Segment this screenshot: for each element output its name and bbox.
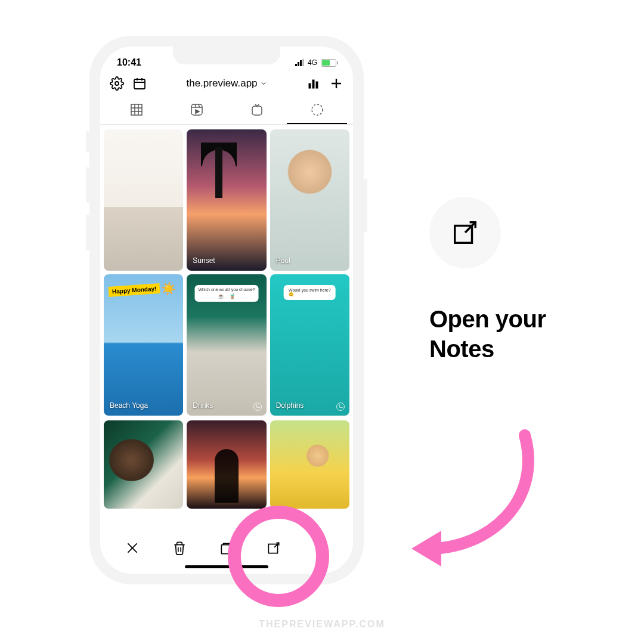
instruction-line2: Notes xyxy=(429,334,608,364)
svg-point-21 xyxy=(312,104,323,115)
poll-sticker: Would you swim here? 😊 xyxy=(284,285,336,300)
settings-icon[interactable] xyxy=(110,76,124,91)
svg-marker-29 xyxy=(411,531,441,566)
annotation-circle xyxy=(228,506,329,607)
tab-reels[interactable] xyxy=(166,97,227,124)
account-dropdown[interactable]: the.preview.app xyxy=(155,78,298,89)
tab-stories[interactable] xyxy=(287,97,347,124)
status-right: 4G xyxy=(295,58,336,67)
calendar-icon[interactable] xyxy=(132,76,147,91)
annotation-arrow xyxy=(405,417,555,572)
signal-icon xyxy=(295,59,304,66)
story-cell[interactable] xyxy=(104,129,183,271)
story-label: Sunset xyxy=(193,256,215,265)
story-cell[interactable] xyxy=(187,420,266,509)
instruction-icon-bubble xyxy=(429,197,501,268)
content-tabs xyxy=(100,97,353,125)
svg-marker-19 xyxy=(196,110,199,113)
instruction-panel: Open your Notes xyxy=(429,197,608,364)
phone-screen: 10:41 4G the.preview.app xyxy=(100,47,353,574)
volume-up xyxy=(86,167,89,203)
app-header: the.preview.app xyxy=(100,68,353,97)
story-cell[interactable]: ☀️ Happy Monday! Beach Yoga xyxy=(104,274,183,416)
story-cell[interactable] xyxy=(104,420,183,509)
analytics-icon[interactable] xyxy=(306,76,321,91)
close-icon[interactable] xyxy=(125,540,140,556)
poll-option: 😊 xyxy=(289,292,331,297)
svg-point-0 xyxy=(115,82,119,85)
story-cell[interactable]: Which one would you choose? ☕ 🧋 Drinks xyxy=(187,274,266,416)
compose-icon xyxy=(451,219,479,246)
story-label: Beach Yoga xyxy=(110,401,148,410)
scheduled-icon xyxy=(253,402,262,411)
network-label: 4G xyxy=(308,58,317,67)
story-label: Dolphins xyxy=(276,401,304,410)
add-icon[interactable] xyxy=(329,76,343,91)
story-cell[interactable]: Pool xyxy=(270,129,349,271)
svg-rect-1 xyxy=(134,79,145,89)
watermark: THEPREVIEWAPP.COM xyxy=(259,619,385,630)
story-cell[interactable] xyxy=(270,420,349,509)
trash-icon[interactable] xyxy=(172,540,187,556)
story-label: Drinks xyxy=(193,401,213,410)
sticker-label: Happy Monday! xyxy=(109,283,160,297)
scheduled-icon xyxy=(336,402,345,411)
svg-rect-15 xyxy=(191,104,202,115)
battery-icon xyxy=(321,59,336,67)
poll-sticker: Which one would you choose? ☕ 🧋 xyxy=(195,285,259,302)
phone-frame: 10:41 4G the.preview.app xyxy=(89,36,364,584)
poll-question: Which one would you choose? xyxy=(199,287,255,292)
chevron-down-icon xyxy=(260,80,267,87)
phone-notch xyxy=(173,47,280,64)
story-cell[interactable]: Sunset xyxy=(187,129,266,271)
volume-down xyxy=(86,215,89,250)
svg-rect-7 xyxy=(316,82,318,88)
tab-igtv[interactable] xyxy=(227,97,287,124)
poll-question: Would you swim here? xyxy=(289,288,331,292)
story-label: Pool xyxy=(276,256,290,265)
story-grid-row3 xyxy=(100,420,353,513)
status-time: 10:41 xyxy=(117,57,141,68)
story-grid: Sunset Pool ☀️ Happy Monday! Beach Yoga … xyxy=(100,125,353,420)
sun-icon: ☀️ xyxy=(161,281,176,296)
poll-option: ☕ xyxy=(218,293,224,299)
poll-option: 🧋 xyxy=(229,293,236,299)
svg-rect-6 xyxy=(312,80,314,88)
tab-grid[interactable] xyxy=(106,97,166,124)
instruction-line1: Open your xyxy=(429,304,608,334)
mute-switch xyxy=(86,131,89,153)
svg-rect-20 xyxy=(252,106,262,115)
svg-rect-10 xyxy=(131,104,142,115)
instruction-text: Open your Notes xyxy=(429,304,608,364)
account-name: the.preview.app xyxy=(186,78,257,89)
story-cell[interactable]: Would you swim here? 😊 Dolphins xyxy=(270,274,349,416)
svg-rect-5 xyxy=(309,83,311,88)
power-button xyxy=(364,179,367,233)
